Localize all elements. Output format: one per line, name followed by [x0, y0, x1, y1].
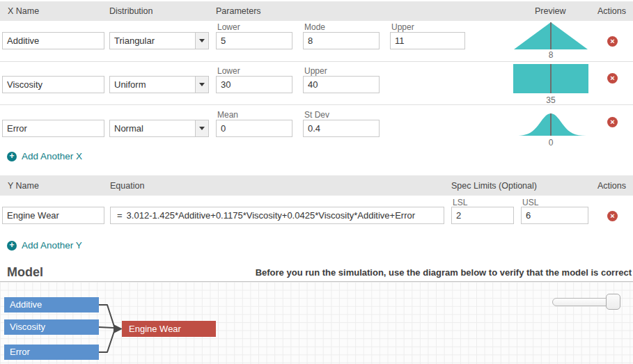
spec-limits-header: Spec Limits (Optional) [451, 181, 537, 191]
add-plus-icon: + [7, 241, 17, 251]
param-label: Upper [391, 22, 414, 32]
y-name-header: Y Name [8, 181, 39, 191]
lsl-input[interactable] [451, 207, 514, 224]
delete-row-icon[interactable]: × [607, 211, 618, 221]
usl-label: USL [522, 198, 538, 207]
param-label: Upper [304, 66, 327, 76]
param-mode-input[interactable] [303, 32, 380, 49]
equation-field[interactable]: = [110, 207, 444, 224]
param-stdev-input[interactable] [303, 120, 380, 137]
diagram-node-error[interactable]: Error [4, 345, 99, 360]
model-instruction-text: Before you run the simulation, use the d… [256, 267, 632, 278]
zoom-slider-handle[interactable] [606, 294, 620, 310]
chevron-down-icon [199, 39, 205, 42]
diagram-node-engine-wear[interactable]: Engine Wear [122, 321, 216, 337]
x-name-input[interactable] [2, 32, 104, 49]
distribution-dropdown[interactable]: Triangular [109, 32, 209, 49]
equation-header: Equation [110, 181, 144, 191]
dropdown-button[interactable] [195, 120, 208, 136]
distribution-selected: Triangular [110, 35, 195, 46]
param-lower-input[interactable] [216, 32, 292, 49]
actions-header: Actions [597, 6, 626, 16]
param-upper-input[interactable] [303, 76, 380, 93]
triangular-distribution-preview [513, 22, 588, 50]
preview-center-label: 35 [513, 95, 588, 105]
normal-distribution-preview [513, 107, 588, 136]
add-another-y-label: Add Another Y [22, 240, 82, 251]
x-name-input[interactable] [2, 76, 104, 93]
row-divider [0, 104, 633, 105]
simulation-setup-page: X Name Distribution Parameters Preview A… [0, 0, 633, 364]
dropdown-button[interactable] [195, 77, 208, 93]
param-label: Mode [304, 22, 325, 32]
add-another-x-label: Add Another X [22, 151, 82, 161]
param-label: Lower [217, 22, 240, 32]
usl-input[interactable] [521, 207, 588, 224]
add-another-y-button[interactable]: + Add Another Y [7, 240, 82, 251]
lsl-label: LSL [453, 198, 467, 207]
add-plus-icon: + [7, 152, 17, 161]
actions-header: Actions [597, 181, 626, 191]
preview-center-label: 8 [513, 50, 588, 60]
y-name-input[interactable] [2, 207, 104, 224]
diagram-node-additive[interactable]: Additive [4, 297, 99, 312]
parameters-header: Parameters [216, 6, 261, 16]
y-table-header-band [0, 175, 633, 196]
x-name-input[interactable] [2, 120, 104, 137]
chevron-down-icon [199, 127, 205, 130]
delete-row-icon[interactable]: × [607, 36, 618, 47]
distribution-selected: Uniform [110, 79, 195, 90]
distribution-header: Distribution [109, 6, 153, 16]
x-name-header: X Name [8, 6, 39, 16]
row-divider [0, 61, 633, 62]
param-lower-input[interactable] [216, 76, 292, 93]
distribution-selected: Normal [110, 123, 195, 134]
param-label: Mean [217, 110, 238, 120]
equation-input[interactable] [127, 210, 444, 221]
delete-row-icon[interactable]: × [607, 73, 618, 84]
equation-equals-prefix: = [111, 210, 127, 221]
param-upper-input[interactable] [390, 32, 465, 49]
dropdown-button[interactable] [195, 33, 208, 49]
diagram-node-viscosity[interactable]: Viscosity [4, 319, 99, 335]
model-section-title: Model [7, 265, 43, 280]
preview-center-label: 0 [513, 138, 588, 148]
uniform-distribution-preview [513, 64, 588, 93]
add-another-x-button[interactable]: + Add Another X [7, 151, 82, 161]
preview-header: Preview [535, 6, 565, 16]
param-label: Lower [217, 66, 240, 76]
chevron-down-icon [199, 83, 205, 86]
distribution-dropdown[interactable]: Uniform [109, 76, 209, 93]
distribution-dropdown[interactable]: Normal [109, 120, 209, 137]
model-diagram-canvas[interactable]: Additive Viscosity Error Engine Wear [0, 282, 633, 364]
param-mean-input[interactable] [216, 120, 292, 137]
param-label: St Dev [304, 110, 329, 120]
delete-row-icon[interactable]: × [607, 117, 618, 127]
